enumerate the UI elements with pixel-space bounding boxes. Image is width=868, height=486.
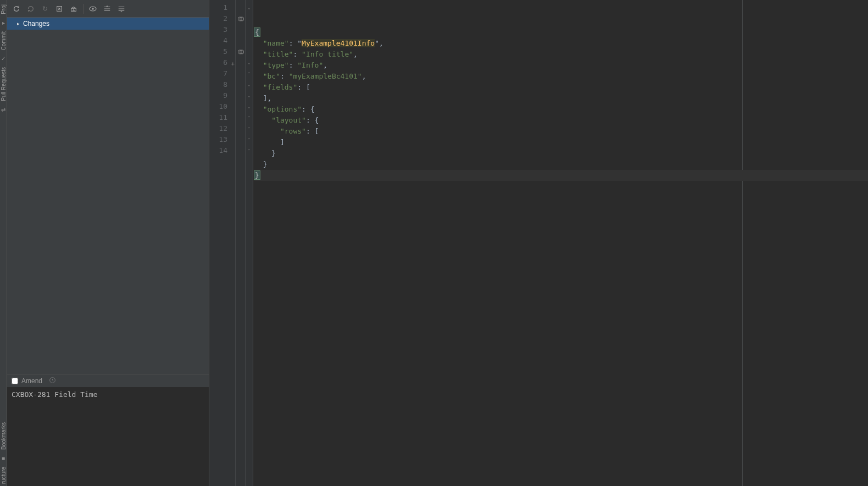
editor-body: 123456+7891011121314 ⌄⌄⌃⌄⌄⌄⌃⌃⌃⌃ { "name"… xyxy=(209,0,868,486)
line-number[interactable]: 13 xyxy=(209,134,235,145)
toolbar-separator xyxy=(83,4,84,14)
amend-checkbox[interactable] xyxy=(12,378,18,384)
code-line[interactable]: "type": "Info", xyxy=(254,60,868,71)
code-line[interactable]: "options": { xyxy=(254,104,868,115)
editor-area: 123456+7891011121314 ⌄⌄⌃⌄⌄⌄⌃⌃⌃⌃ { "name"… xyxy=(209,0,868,486)
line-number-gutter[interactable]: 123456+7891011121314 xyxy=(209,0,236,486)
undo-icon[interactable] xyxy=(25,3,37,15)
annotation-gutter xyxy=(236,0,246,486)
rail-item-bookmarks[interactable]: Bookmarks xyxy=(1,420,7,452)
rail-item-commit[interactable]: Commit xyxy=(1,29,7,52)
code-line[interactable]: "title": "Info title", xyxy=(254,49,868,60)
amend-row: Amend xyxy=(7,374,209,387)
folder-icon: ▸ xyxy=(1,20,7,26)
rail-item-project[interactable]: Proj xyxy=(1,2,7,16)
code-line[interactable]: } xyxy=(254,148,868,159)
fold-toggle[interactable] xyxy=(246,35,253,46)
fold-toggle[interactable] xyxy=(246,46,253,57)
fold-toggle[interactable] xyxy=(246,24,253,35)
line-number[interactable]: 1 xyxy=(209,2,235,13)
line-number[interactable]: 8 xyxy=(209,79,235,90)
fold-toggle[interactable]: ⌄ xyxy=(246,57,253,68)
line-number[interactable]: 14 xyxy=(209,145,235,156)
pull-request-icon: ⇄ xyxy=(1,107,7,113)
redo-icon[interactable]: ↻ xyxy=(39,3,51,15)
shelve-icon[interactable] xyxy=(68,3,80,15)
rail-item-structure[interactable]: ructure xyxy=(1,465,7,486)
fold-toggle[interactable]: ⌄ xyxy=(246,90,253,101)
fold-toggle[interactable]: ⌄ xyxy=(246,79,253,90)
line-number[interactable]: 2 xyxy=(209,13,235,24)
changes-root-node[interactable]: ▸ Changes xyxy=(7,18,209,30)
fold-toggle[interactable]: ⌃ xyxy=(246,123,253,134)
changes-root-label: Changes xyxy=(23,20,49,27)
changes-toolbar: ↻ xyxy=(7,0,209,18)
commit-tool-window: ↻ ▸ Changes A xyxy=(7,0,209,486)
commit-message-input[interactable] xyxy=(7,387,209,486)
fold-toggle[interactable]: ⌃ xyxy=(246,112,253,123)
inlay-hint-icon[interactable] xyxy=(237,48,244,56)
line-number[interactable]: 9 xyxy=(209,90,235,101)
app-root: Proj ▸ Commit ✓ Pull Requests ⇄ Bookmark… xyxy=(0,0,868,486)
code-line[interactable]: "bc": "myExampleBc4101", xyxy=(254,71,868,82)
code-line[interactable]: "rows": [ xyxy=(254,126,868,137)
line-number[interactable]: 6+ xyxy=(209,57,235,68)
fold-toggle[interactable]: ⌄ xyxy=(246,2,253,13)
code-line[interactable]: "fields": [ xyxy=(254,82,868,93)
code-line[interactable]: { xyxy=(254,27,868,38)
rollback-icon[interactable] xyxy=(53,3,65,15)
code-line[interactable]: "name": "MyExample4101Info", xyxy=(254,38,868,49)
amend-label: Amend xyxy=(21,377,42,385)
svg-point-2 xyxy=(92,8,94,10)
commit-icon: ✓ xyxy=(1,56,7,62)
code-line[interactable]: ], xyxy=(254,93,868,104)
inlay-hint-icon[interactable] xyxy=(237,15,244,23)
history-icon[interactable] xyxy=(49,377,56,385)
line-number[interactable]: 3 xyxy=(209,24,235,35)
fold-toggle[interactable]: ⌃ xyxy=(246,134,253,145)
code-line[interactable]: } xyxy=(254,159,868,170)
collapse-all-icon[interactable] xyxy=(115,3,127,15)
line-number[interactable]: 12 xyxy=(209,123,235,134)
line-number[interactable]: 11 xyxy=(209,112,235,123)
expand-all-icon[interactable] xyxy=(101,3,113,15)
changes-tree[interactable]: ▸ Changes xyxy=(7,18,209,374)
rail-item-pull-requests[interactable]: Pull Requests xyxy=(1,65,7,103)
fold-toggle[interactable]: ⌃ xyxy=(246,68,253,79)
line-number[interactable]: 5 xyxy=(209,46,235,57)
code-line[interactable]: "layout": { xyxy=(254,115,868,126)
line-number[interactable]: 4 xyxy=(209,35,235,46)
line-number[interactable]: 10 xyxy=(209,101,235,112)
code-line[interactable]: ] xyxy=(254,137,868,148)
show-diff-icon[interactable] xyxy=(87,3,99,15)
fold-toggle[interactable] xyxy=(246,13,253,24)
bookmark-icon: ■ xyxy=(1,455,7,461)
chevron-right-icon: ▸ xyxy=(17,21,20,26)
fold-toggle[interactable]: ⌄ xyxy=(246,101,253,112)
fold-toggle[interactable]: ⌃ xyxy=(246,145,253,156)
line-number[interactable]: 7 xyxy=(209,68,235,79)
refresh-icon[interactable] xyxy=(10,3,23,15)
code-line[interactable]: } xyxy=(254,170,868,181)
fold-gutter[interactable]: ⌄⌄⌃⌄⌄⌄⌃⌃⌃⌃ xyxy=(246,0,253,486)
tool-window-rail: Proj ▸ Commit ✓ Pull Requests ⇄ Bookmark… xyxy=(0,0,7,486)
code-editor[interactable]: { "name": "MyExample4101Info", "title": … xyxy=(253,0,868,486)
